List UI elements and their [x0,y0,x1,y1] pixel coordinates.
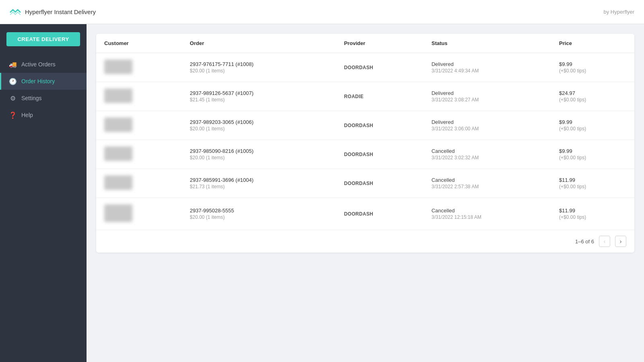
price-tips: (+$0.00 tips) [559,214,626,220]
cell-customer [96,111,182,140]
sidebar: CREATE DELIVERY 🚚 Active Orders 🕐 Order … [0,24,87,362]
gear-icon: ⚙ [9,95,17,102]
customer-avatar [104,146,132,161]
sidebar-item-label-order-history: Order History [21,78,55,84]
sidebar-item-label-active-orders: Active Orders [21,61,56,68]
create-delivery-button[interactable]: CREATE DELIVERY [6,32,80,46]
topbar: Hyperflyer Instant Delivery by Hyperflye… [0,0,644,24]
cell-price: $9.99(+$0.00 tips) [551,53,634,82]
cell-status: Delivered3/31/2022 3:08:27 AM [423,82,551,111]
status-date: 3/31/2022 4:49:34 AM [431,68,543,74]
table-row[interactable]: 2937-989203-3065 (#1006)$20.00 (1 items)… [96,111,634,140]
provider-label: DOORDASH [344,65,373,70]
cell-price: $9.99(+$0.00 tips) [551,111,634,140]
order-id: 2937-985090-8216 (#1005) [190,148,328,154]
cell-price: $24.97(+$0.00 tips) [551,82,634,111]
price-tips: (+$0.00 tips) [559,155,626,160]
provider-label: DOORDASH [344,123,373,128]
provider-label: DOORDASH [344,152,373,157]
cell-provider: DOORDASH [336,169,423,198]
orders-table-card: Customer Order Provider Status Price 293… [96,34,634,253]
price-tips: (+$0.00 tips) [559,97,626,103]
truck-icon: 🚚 [9,61,17,68]
price-main: $9.99 [559,148,626,154]
pagination-info: 1–6 of 6 [575,239,594,245]
cell-customer [96,53,182,82]
cell-status: Cancelled3/31/2022 3:02:32 AM [423,140,551,169]
pagination-prev-button[interactable]: ‹ [599,236,610,247]
pagination: 1–6 of 6 ‹ › [96,230,634,253]
status-label: Delivered [431,119,543,125]
price-tips: (+$0.00 tips) [559,126,626,132]
customer-avatar [104,60,132,74]
provider-label: DOORDASH [344,211,373,217]
price-main: $11.99 [559,177,626,183]
table-row[interactable]: 2937-976175-7711 (#1008)$20.00 (1 items)… [96,53,634,82]
pagination-next-button[interactable]: › [615,236,626,247]
cell-order: 2937-989203-3065 (#1006)$20.00 (1 items) [182,111,336,140]
order-sub: $20.00 (1 items) [190,68,328,74]
price-main: $9.99 [559,61,626,67]
sidebar-item-active-orders[interactable]: 🚚 Active Orders [0,56,87,73]
customer-avatar [104,117,132,132]
cell-status: Cancelled3/31/2022 12:15:18 AM [423,198,551,230]
sidebar-item-help[interactable]: ❓ Help [0,107,87,123]
cell-price: $11.99(+$0.00 tips) [551,198,634,230]
order-id: 2937-976175-7711 (#1008) [190,61,328,67]
col-header-price: Price [551,34,634,53]
price-main: $9.99 [559,119,626,125]
table-row[interactable]: 2937-985090-8216 (#1005)$20.00 (1 items)… [96,140,634,169]
cell-order: 2937-985090-8216 (#1005)$20.00 (1 items) [182,140,336,169]
clock-icon: 🕐 [9,78,17,85]
order-sub: $21.45 (1 items) [190,97,328,103]
customer-avatar [104,204,132,222]
status-label: Cancelled [431,177,543,183]
cell-order: 2937-976175-7711 (#1008)$20.00 (1 items) [182,53,336,82]
table-row[interactable]: 2937-995028-5555$20.00 (1 items)DOORDASH… [96,198,634,230]
hyperflyer-logo-icon [10,8,21,16]
status-date: 3/31/2022 3:06:00 AM [431,126,543,132]
col-header-status: Status [423,34,551,53]
brand: Hyperflyer Instant Delivery [10,8,96,16]
sidebar-item-label-help: Help [21,112,33,118]
status-date: 3/31/2022 3:02:32 AM [431,155,543,160]
status-date: 3/31/2022 2:57:38 AM [431,184,543,189]
price-main: $11.99 [559,208,626,214]
customer-avatar [104,88,132,103]
cell-customer [96,169,182,198]
order-sub: $21.73 (1 items) [190,184,328,189]
orders-table: Customer Order Provider Status Price 293… [96,34,634,230]
status-label: Delivered [431,61,543,67]
cell-order: 2937-995028-5555$20.00 (1 items) [182,198,336,230]
table-header-row: Customer Order Provider Status Price [96,34,634,53]
status-date: 3/31/2022 3:08:27 AM [431,97,543,103]
table-row[interactable]: 2937-989126-5637 (#1007)$21.45 (1 items)… [96,82,634,111]
order-id: 2937-985991-3696 (#1004) [190,177,328,183]
main-layout: CREATE DELIVERY 🚚 Active Orders 🕐 Order … [0,24,644,362]
order-sub: $20.00 (1 items) [190,214,328,220]
price-tips: (+$0.00 tips) [559,68,626,74]
cell-provider: ROADIE [336,82,423,111]
cell-provider: DOORDASH [336,111,423,140]
price-main: $24.97 [559,90,626,96]
sidebar-item-order-history[interactable]: 🕐 Order History [0,73,87,90]
cell-provider: DOORDASH [336,53,423,82]
table-row[interactable]: 2937-985991-3696 (#1004)$21.73 (1 items)… [96,169,634,198]
cell-status: Cancelled3/31/2022 2:57:38 AM [423,169,551,198]
order-sub: $20.00 (1 items) [190,155,328,160]
order-id: 2937-989126-5637 (#1007) [190,90,328,96]
topbar-by-label: by Hyperflyer [603,9,634,15]
sidebar-item-settings[interactable]: ⚙ Settings [0,90,87,107]
cell-status: Delivered3/31/2022 4:49:34 AM [423,53,551,82]
status-label: Cancelled [431,208,543,214]
app-title: Hyperflyer Instant Delivery [25,8,96,15]
col-header-customer: Customer [96,34,182,53]
order-id: 2937-995028-5555 [190,208,328,214]
content-area: Customer Order Provider Status Price 293… [87,24,644,362]
order-sub: $20.00 (1 items) [190,126,328,132]
cell-price: $11.99(+$0.00 tips) [551,169,634,198]
cell-order: 2937-989126-5637 (#1007)$21.45 (1 items) [182,82,336,111]
cell-status: Delivered3/31/2022 3:06:00 AM [423,111,551,140]
col-header-order: Order [182,34,336,53]
cell-customer [96,82,182,111]
